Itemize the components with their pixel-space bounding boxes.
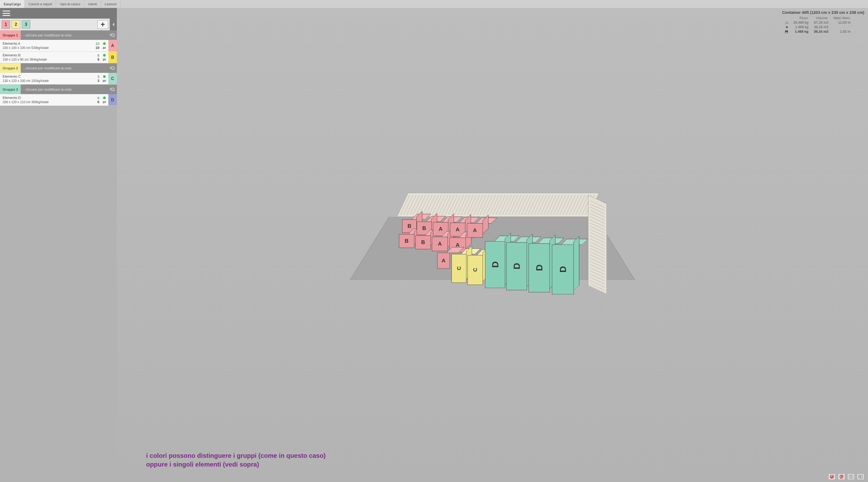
svg-rect-4	[861, 475, 862, 478]
sidebar: 1 2 3 + Gruppo 1 - cliccare per modifica…	[0, 8, 117, 482]
add-to-container-icon	[110, 66, 115, 70]
group-note-input[interactable]: - cliccare per modificare la nota	[21, 30, 107, 40]
nav-tab-utenti[interactable]: Utenti	[84, 0, 101, 8]
stat-metri: 12,03 m	[831, 20, 854, 25]
stat-metri	[831, 25, 854, 29]
groups-list: Gruppo 1 - cliccare per modificare la no…	[0, 30, 117, 106]
stats-header-metri: Metri liberi:	[831, 16, 854, 20]
container-end-wall	[588, 195, 607, 294]
view-icon	[849, 475, 853, 479]
3d-scene: B B B B A A A A A A C C D D D D	[392, 190, 593, 304]
item-unit: pz	[103, 58, 106, 61]
status-dot-icon	[103, 54, 106, 57]
annotation-line: oppure i singoli elementi (vedi sopra)	[146, 460, 326, 469]
item-row[interactable]: Elemento C 130 x 120 x 100 cm 192kg/tota…	[0, 73, 117, 85]
nav-tab-licenze[interactable]: Licenze	[101, 0, 121, 8]
nav-tab-easycargo[interactable]: EasyCargo	[0, 0, 25, 8]
item-dimensions: 100 x 100 x 100 cm 530kg/totale	[3, 46, 82, 50]
group-header-1: Gruppo 1 - cliccare per modificare la no…	[0, 30, 117, 40]
add-group-button[interactable]: +	[97, 20, 108, 29]
svg-rect-3	[859, 477, 860, 478]
nav-tab-carichi[interactable]: Carichi e report	[25, 0, 56, 8]
select-group-3[interactable]: 3	[22, 20, 30, 29]
item-unit: pz	[103, 46, 106, 49]
item-name: Elemento D	[3, 96, 82, 100]
item-count-loaded: 6	[97, 96, 99, 100]
disabled-icon	[830, 475, 834, 479]
stat-vol: 39,16 m3	[811, 29, 831, 34]
box-b[interactable]: B	[399, 234, 414, 248]
group-note-input[interactable]: - cliccare per modificare la nota	[21, 85, 107, 94]
box-b[interactable]: B	[415, 235, 431, 249]
nav-tab-vani[interactable]: Vani di carico	[56, 0, 84, 8]
group-label[interactable]: Gruppo 2	[0, 63, 21, 73]
svg-rect-1	[851, 475, 853, 478]
box-d[interactable]: D	[552, 244, 574, 294]
item-dimensions: 200 x 120 x 110 cm 360kg/totale	[3, 100, 82, 104]
select-group-2[interactable]: 2	[12, 20, 20, 29]
container-title: Container 40ft (1203 cm x 235 cm x 238 c…	[782, 10, 864, 15]
add-to-container-icon	[110, 87, 115, 91]
container-stats: Container 40ft (1203 cm x 235 cm x 238 c…	[782, 10, 864, 34]
item-letter-badge[interactable]: B	[108, 52, 117, 63]
box-a[interactable]: A	[432, 236, 448, 251]
item-letter-badge[interactable]: C	[108, 73, 117, 84]
status-dot-icon	[103, 96, 106, 99]
box-d[interactable]: D	[485, 241, 505, 288]
box-c[interactable]: C	[452, 254, 466, 283]
group-note-input[interactable]: - cliccare per modificare la nota	[21, 63, 107, 73]
item-count-total: 6	[97, 100, 99, 104]
view-icon	[859, 475, 863, 479]
stat-icon-total: ⬒	[782, 29, 791, 34]
item-count-total: 8	[97, 57, 99, 61]
item-row[interactable]: Elemento D 200 x 120 x 110 cm 360kg/tota…	[0, 94, 117, 106]
toggle-weight-button[interactable]: kg	[828, 474, 836, 480]
annotation-line: i colori possono distinguere i gruppi (c…	[146, 451, 326, 460]
item-row[interactable]: Elemento A 100 x 100 x 100 cm 530kg/tota…	[0, 40, 117, 52]
container-back-wall	[397, 193, 599, 217]
box-d[interactable]: D	[506, 242, 527, 290]
menu-button[interactable]	[0, 8, 117, 19]
group-label[interactable]: Gruppo 1	[0, 30, 21, 40]
box-a[interactable]: A	[437, 253, 450, 268]
stat-peso: 26.480 kg	[791, 20, 811, 25]
item-name: Elemento B	[3, 53, 82, 57]
group-header-2: Gruppo 2 - cliccare per modificare la no…	[0, 63, 117, 73]
box-a[interactable]: A	[467, 223, 483, 237]
item-unit: pz	[103, 79, 106, 82]
svg-rect-2	[859, 475, 860, 476]
group-selector-row: 1 2 3 +	[0, 19, 110, 30]
view-mode-2-button[interactable]	[857, 474, 864, 480]
group-label[interactable]: Gruppo 3	[0, 85, 21, 94]
group-action-button[interactable]	[107, 30, 117, 40]
group-action-button[interactable]	[107, 85, 117, 94]
item-letter-badge[interactable]: D	[108, 94, 117, 106]
top-nav: EasyCargo Carichi e report Vani di caric…	[0, 0, 868, 8]
box-c[interactable]: C	[467, 255, 483, 285]
chevron-left-icon	[112, 23, 115, 26]
annotation-text: i colori possono distinguere i gruppi (c…	[146, 451, 326, 469]
disabled-icon	[840, 475, 843, 479]
stat-peso: 1.466 kg	[791, 29, 811, 34]
item-dimensions: 130 x 120 x 100 cm 192kg/totale	[3, 79, 82, 83]
view-mode-1-button[interactable]	[847, 474, 855, 480]
3d-viewport[interactable]: Container 40ft (1203 cm x 235 cm x 238 c…	[117, 8, 868, 482]
item-name: Elemento C	[3, 75, 82, 79]
select-group-1[interactable]: 1	[2, 20, 10, 29]
item-count-loaded: 8	[97, 53, 99, 57]
svg-rect-0	[849, 475, 851, 478]
item-row[interactable]: Elemento B 100 x 120 x 90 cm 384kg/total…	[0, 52, 117, 63]
collapse-sidebar-button[interactable]	[110, 19, 117, 30]
group-header-3: Gruppo 3 - cliccare per modificare la no…	[0, 85, 117, 94]
stat-vol: 67,28 m3	[811, 20, 831, 25]
item-letter-badge[interactable]: A	[108, 40, 117, 51]
stat-metri: 1,63 m	[831, 29, 854, 34]
box-d[interactable]: D	[529, 243, 550, 292]
stats-header-volume: Volume:	[811, 16, 831, 20]
stat-vol: 39,16 m3	[811, 25, 831, 29]
hamburger-icon	[3, 11, 10, 16]
item-count-loaded: 3	[97, 75, 99, 79]
group-action-button[interactable]	[107, 63, 117, 73]
stat-peso: 1.466 kg	[791, 25, 811, 29]
toggle-labels-button[interactable]: T	[838, 474, 845, 480]
